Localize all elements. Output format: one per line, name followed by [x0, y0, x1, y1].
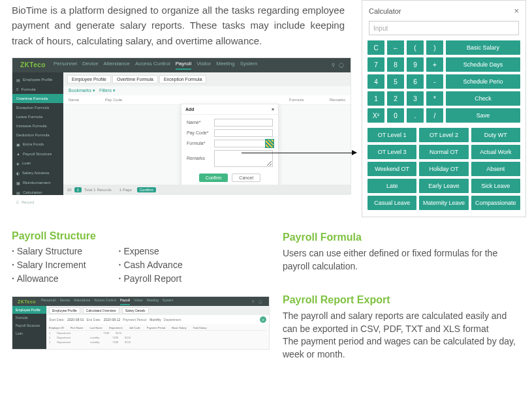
- calc-var-ot-level-1[interactable]: OT Level 1: [368, 128, 416, 142]
- report-export-title: Payroll Report Export: [283, 293, 520, 307]
- ss2-tab-overview[interactable]: Calculated Overview: [83, 307, 119, 314]
- calc-key--[interactable]: ): [426, 40, 443, 55]
- calc-var-weekend-ot[interactable]: Weekend OT: [368, 162, 416, 176]
- calc-key-2[interactable]: 2: [387, 91, 404, 106]
- sidebar-extra-funds[interactable]: ▣Extra Funds: [12, 140, 63, 149]
- modal-confirm-button[interactable]: Confirm: [199, 174, 228, 182]
- ss2-side-employee[interactable]: Employee Profile: [12, 306, 46, 314]
- field-name-input[interactable]: [214, 119, 273, 127]
- field-paycode-input[interactable]: [214, 129, 273, 137]
- calc-var-duty-wt[interactable]: Duty WT: [471, 128, 520, 142]
- calculator-launch-icon[interactable]: [265, 139, 274, 148]
- ss2-side-formula[interactable]: Formula: [12, 314, 46, 322]
- sidebar-calculation[interactable]: ▤Calculation: [12, 188, 63, 198]
- filters-dropdown[interactable]: Filters ▾: [99, 88, 116, 93]
- calc-var-compassionate[interactable]: Compassionate: [471, 196, 520, 210]
- calc-var-late[interactable]: Late: [368, 179, 416, 193]
- nav-device[interactable]: Device: [82, 61, 98, 70]
- calc-var-casual-leave[interactable]: Casual Leave: [368, 196, 416, 210]
- col-name: Name: [69, 98, 79, 102]
- page-number[interactable]: 1: [74, 187, 82, 192]
- modal-close-icon[interactable]: ×: [272, 107, 274, 112]
- calc-key-6[interactable]: 6: [407, 74, 424, 89]
- sidebar-employee-profile[interactable]: ▤Employee Profile: [12, 75, 63, 85]
- sidebar-loan[interactable]: ◈Loan: [12, 159, 63, 168]
- nav-meeting[interactable]: Meeting: [216, 61, 234, 70]
- calc-key--[interactable]: *: [426, 91, 443, 106]
- calc-key-schedule-perio[interactable]: Schedule Perio: [446, 74, 520, 89]
- search-icon[interactable]: ⚲: [332, 63, 335, 68]
- modal-cancel-button[interactable]: Cancel: [232, 174, 260, 182]
- calc-key--[interactable]: .: [407, 108, 424, 123]
- calc-key-basic-salary[interactable]: Basic Salary: [446, 40, 520, 55]
- calculator-input[interactable]: Input: [369, 21, 519, 35]
- calc-key-9[interactable]: 9: [407, 57, 424, 72]
- ss2-side-structure[interactable]: Payroll Structure: [12, 322, 46, 329]
- payroll-structure-title: Payroll Structure: [12, 230, 270, 242]
- calc-key-4[interactable]: 4: [368, 74, 384, 89]
- nav-system[interactable]: System: [240, 61, 258, 70]
- calc-var-ot-level-2[interactable]: OT Level 2: [419, 128, 468, 142]
- calc-var-holiday-ot[interactable]: Holiday OT: [419, 162, 468, 176]
- calculator-close-icon[interactable]: ×: [514, 6, 519, 16]
- calc-key-save[interactable]: Save: [446, 108, 520, 123]
- sidebar-leave-formula[interactable]: Leave Formula: [12, 112, 63, 121]
- col-formula: Formula: [289, 98, 304, 102]
- sidebar-formula[interactable]: ≡Formula: [12, 85, 63, 94]
- sidebar-exception-formula[interactable]: Exception Formula: [12, 103, 63, 112]
- add-icon[interactable]: +: [260, 316, 266, 323]
- sidebar-deduction-formula[interactable]: Deduction Formula: [12, 130, 63, 140]
- field-formula-input[interactable]: [214, 140, 273, 147]
- calc-key-3[interactable]: 3: [407, 91, 424, 106]
- calc-var-actual-work[interactable]: Actual Work: [471, 145, 520, 159]
- sidebar-increase-formula[interactable]: Increase Formula: [12, 121, 63, 130]
- page-confirm[interactable]: Confirm: [137, 187, 156, 192]
- calc-key--[interactable]: (: [407, 40, 424, 55]
- calc-key-x-[interactable]: X²: [368, 108, 384, 123]
- calc-var-absent[interactable]: Absent: [471, 162, 520, 176]
- calc-key-5[interactable]: 5: [387, 74, 404, 89]
- calc-var-ot-level-3[interactable]: OT Level 3: [368, 145, 416, 159]
- sidebar-record[interactable]: ⎙Record: [12, 198, 63, 207]
- ss2-tab-salary[interactable]: Salary Details: [122, 307, 149, 314]
- calc-key-check[interactable]: Check: [446, 91, 520, 106]
- total-records: Total 1 Records: [84, 188, 112, 192]
- ss2-side-loan[interactable]: Loan: [12, 329, 46, 337]
- calc-key--[interactable]: +: [426, 57, 443, 72]
- sidebar-salary-advance[interactable]: ◐Salary Advance: [12, 168, 63, 178]
- calc-key-schedule-days[interactable]: Schedule Days: [446, 57, 520, 72]
- calc-key-7[interactable]: 7: [368, 57, 384, 72]
- nav-access-control[interactable]: Access Control: [135, 61, 170, 70]
- calc-var-maternity-leave[interactable]: Maternity Leave: [419, 196, 468, 210]
- calc-key--[interactable]: ←: [387, 40, 404, 55]
- calc-key-c[interactable]: C: [368, 40, 384, 55]
- nav-payroll[interactable]: Payroll: [176, 61, 191, 70]
- calc-key-0[interactable]: 0: [387, 108, 404, 123]
- sidebar-payroll-structure[interactable]: ▲Payroll Structure: [12, 149, 63, 159]
- nav-personnel[interactable]: Personnel: [54, 61, 77, 70]
- field-formula-label: Formula*: [187, 141, 211, 145]
- report-export-line2: The payment period and wages can be calc…: [283, 335, 520, 361]
- field-paycode-label: Pay Code*: [187, 130, 211, 135]
- report-export-line1: The payroll and salary reports are calcu…: [283, 310, 520, 335]
- sidebar-reimbursement[interactable]: ▦Reimbursement: [12, 178, 63, 188]
- arrow-icon: [242, 153, 356, 153]
- sidebar: ▤Employee Profile ≡Formula Overtime Form…: [12, 72, 63, 195]
- nav-visitor[interactable]: Visitor: [196, 61, 211, 70]
- nav-attendance[interactable]: Attendance: [103, 61, 129, 70]
- calc-var-sick-leave[interactable]: Sick Leave: [471, 179, 520, 193]
- calc-var-normal-ot[interactable]: Normal OT: [419, 145, 468, 159]
- calc-key-8[interactable]: 8: [387, 57, 404, 72]
- calc-key-1[interactable]: 1: [368, 91, 384, 106]
- calc-key--[interactable]: -: [426, 74, 443, 89]
- sidebar-overtime-formula[interactable]: Overtime Formula: [12, 94, 63, 103]
- user-icon[interactable]: ◯: [339, 63, 344, 68]
- tab-exception-formula[interactable]: Exception Formula: [159, 75, 206, 83]
- tab-overtime-formula[interactable]: Overtime Formula: [112, 75, 158, 83]
- field-name-label: Name*: [187, 120, 211, 125]
- calc-key--[interactable]: /: [426, 108, 443, 123]
- tab-employee-profile[interactable]: Employee Profile: [67, 75, 111, 83]
- calc-var-early-leave[interactable]: Early Leave: [419, 179, 468, 193]
- ss2-tab-profile[interactable]: Employee Profile: [49, 307, 80, 314]
- bookmarks-dropdown[interactable]: Bookmarks ▾: [69, 88, 95, 93]
